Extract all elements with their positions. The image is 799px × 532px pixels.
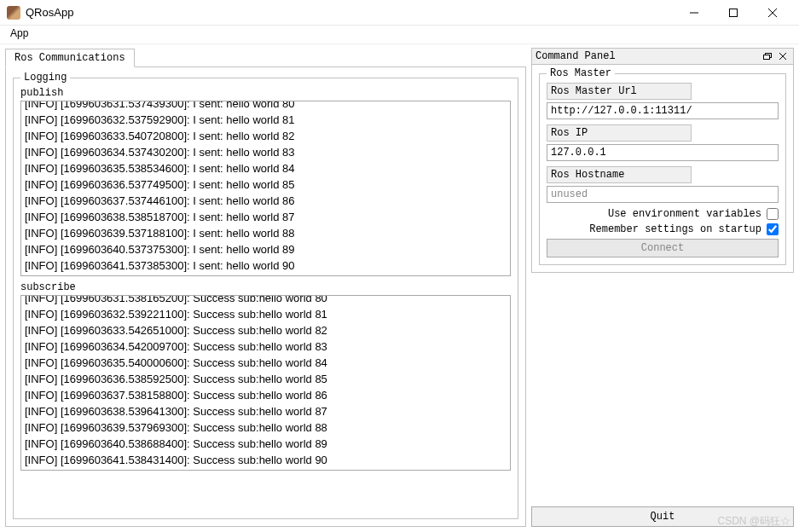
- command-panel-title: Command Panel: [536, 50, 616, 62]
- ros-hostname-input: [547, 186, 779, 203]
- log-line[interactable]: [INFO] [1699603639.537188100]: I sent: h…: [25, 225, 507, 241]
- right-panel: Command Panel Ros Master Ros Master Url …: [531, 48, 794, 527]
- publish-label: publish: [20, 87, 511, 99]
- remember-label: Remember settings on startup: [589, 223, 761, 235]
- command-panel-body: Ros Master Ros Master Url Ros IP Ros Hos…: [531, 65, 794, 273]
- minimize-button[interactable]: [675, 0, 714, 26]
- svg-rect-5: [764, 55, 770, 60]
- log-line[interactable]: [INFO] [1699603633.540720800]: I sent: h…: [25, 128, 507, 144]
- svg-rect-1: [730, 9, 738, 16]
- subscribe-label: subscribe: [20, 281, 511, 293]
- log-line[interactable]: [INFO] [1699603640.538688400]: Success s…: [25, 436, 507, 452]
- dock-float-button[interactable]: [761, 50, 774, 62]
- logging-group: Logging publish [INFO] [1699603631.53743…: [13, 78, 518, 519]
- publish-log-list[interactable]: [INFO] [1699603631.537439300]: I sent: h…: [20, 101, 511, 276]
- log-line[interactable]: [INFO] [1699603632.539221100]: Success s…: [25, 306, 507, 322]
- log-line[interactable]: [INFO] [1699603636.538592500]: Success s…: [25, 371, 507, 387]
- master-url-input[interactable]: [547, 102, 779, 119]
- use-env-checkbox[interactable]: [767, 208, 779, 220]
- log-line[interactable]: [INFO] [1699603639.537969300]: Success s…: [25, 419, 507, 436]
- subscribe-log-list[interactable]: [INFO] [1699603631.538165200]: Success s…: [20, 295, 511, 471]
- log-line[interactable]: [INFO] [1699603633.542651000]: Success s…: [25, 322, 507, 338]
- menubar: App: [0, 26, 799, 44]
- ros-master-group: Ros Master Ros Master Url Ros IP Ros Hos…: [539, 73, 786, 265]
- log-line[interactable]: [INFO] [1699603631.537439300]: I sent: h…: [25, 101, 507, 112]
- log-line[interactable]: [INFO] [1699603641.538431400]: Success s…: [25, 452, 507, 468]
- use-env-row: Use environment variables: [547, 208, 779, 220]
- log-line[interactable]: [INFO] [1699603635.540000600]: Success s…: [25, 355, 507, 371]
- use-env-label: Use environment variables: [608, 208, 761, 220]
- maximize-button[interactable]: [714, 0, 753, 26]
- tab-body: Logging publish [INFO] [1699603631.53743…: [5, 66, 526, 527]
- log-line[interactable]: [INFO] [1699603637.538158800]: Success s…: [25, 387, 507, 403]
- connect-button[interactable]: Connect: [547, 239, 779, 257]
- app-icon: [7, 6, 20, 20]
- dock-close-button[interactable]: [776, 50, 790, 62]
- log-line[interactable]: [INFO] [1699603638.538518700]: I sent: h…: [25, 209, 507, 225]
- log-line[interactable]: [INFO] [1699603634.542009700]: Success s…: [25, 338, 507, 355]
- ros-hostname-label: Ros Hostname: [547, 166, 692, 183]
- close-button[interactable]: [753, 0, 792, 26]
- quit-button[interactable]: Quit: [531, 506, 794, 527]
- log-line[interactable]: [INFO] [1699603636.537749500]: I sent: h…: [25, 176, 507, 193]
- content-area: Ros Communications Logging publish [INFO…: [0, 44, 799, 532]
- tab-ros-communications[interactable]: Ros Communications: [5, 49, 135, 67]
- log-line[interactable]: [INFO] [1699603637.537446100]: I sent: h…: [25, 193, 507, 209]
- remember-row: Remember settings on startup: [547, 223, 779, 235]
- log-line[interactable]: [INFO] [1699603638.539641300]: Success s…: [25, 403, 507, 419]
- log-line[interactable]: [INFO] [1699603635.538534600]: I sent: h…: [25, 160, 507, 176]
- logging-legend: Logging: [20, 72, 70, 84]
- window-title: QRosApp: [26, 6, 73, 19]
- ros-ip-label: Ros IP: [547, 124, 692, 142]
- log-line[interactable]: [INFO] [1699603634.537430200]: I sent: h…: [25, 144, 507, 160]
- ros-ip-input[interactable]: [547, 144, 779, 161]
- tab-header: Ros Communications: [5, 48, 526, 66]
- titlebar: QRosApp: [0, 0, 799, 26]
- master-url-label: Ros Master Url: [547, 83, 692, 100]
- left-panel: Ros Communications Logging publish [INFO…: [5, 48, 526, 527]
- menu-app[interactable]: App: [5, 26, 33, 41]
- command-panel-header: Command Panel: [531, 48, 794, 65]
- remember-checkbox[interactable]: [767, 223, 779, 235]
- log-line[interactable]: [INFO] [1699603632.537592900]: I sent: h…: [25, 112, 507, 128]
- ros-master-legend: Ros Master: [547, 67, 615, 79]
- log-line[interactable]: [INFO] [1699603640.537375300]: I sent: h…: [25, 241, 507, 257]
- log-line[interactable]: [INFO] [1699603641.537385300]: I sent: h…: [25, 257, 507, 274]
- log-line[interactable]: [INFO] [1699603631.538165200]: Success s…: [25, 295, 507, 306]
